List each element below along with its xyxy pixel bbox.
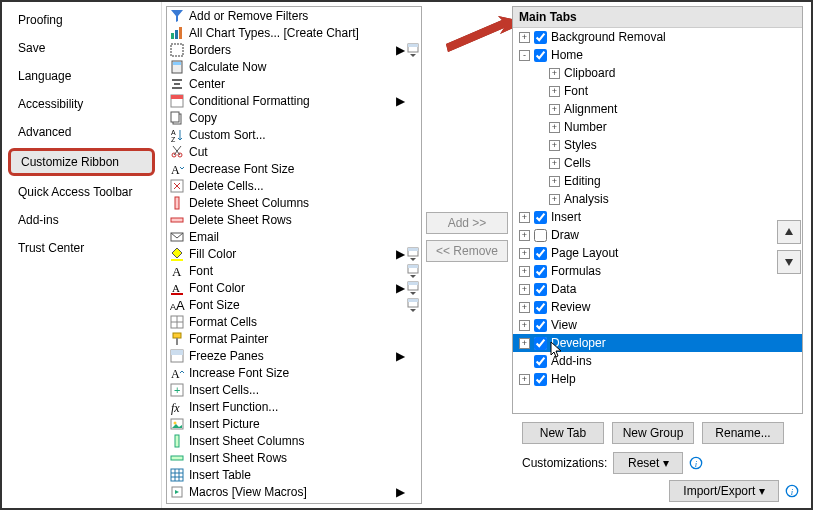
tab-node-background-removal[interactable]: +Background Removal [513, 28, 802, 46]
command-email[interactable]: Email [167, 228, 421, 245]
command-center[interactable]: Center [167, 75, 421, 92]
sidebar-item-language[interactable]: Language [2, 62, 161, 90]
new-group-button[interactable]: New Group [612, 422, 694, 444]
tab-node-page-layout[interactable]: +Page Layout [513, 244, 802, 262]
command-delete-cells[interactable]: Delete Cells... [167, 177, 421, 194]
tab-node-analysis[interactable]: +Analysis [513, 190, 802, 208]
tree-expander-icon[interactable]: + [519, 212, 530, 223]
command-delete-sheet-rows[interactable]: Delete Sheet Rows [167, 211, 421, 228]
command-insert-table[interactable]: Insert Table [167, 466, 421, 483]
command-macros-view-macros[interactable]: Macros [View Macros]▶ [167, 483, 421, 500]
remove-button[interactable]: << Remove [426, 240, 508, 262]
command-font[interactable]: AFont [167, 262, 421, 279]
command-add-or-remove-filters[interactable]: Add or Remove Filters [167, 7, 421, 24]
tab-checkbox[interactable] [534, 211, 547, 224]
info-icon[interactable]: i [785, 484, 799, 498]
tab-node-home[interactable]: -Home [513, 46, 802, 64]
tab-node-font[interactable]: +Font [513, 82, 802, 100]
command-copy[interactable]: Copy [167, 109, 421, 126]
tree-expander-icon[interactable]: + [549, 158, 560, 169]
info-icon[interactable]: i [689, 456, 703, 470]
command-custom-sort[interactable]: AZCustom Sort... [167, 126, 421, 143]
tab-checkbox[interactable] [534, 337, 547, 350]
import-export-button[interactable]: Import/Export ▾ [669, 480, 779, 502]
tree-expander-icon[interactable]: + [549, 176, 560, 187]
tab-node-cells[interactable]: +Cells [513, 154, 802, 172]
tab-node-data[interactable]: +Data [513, 280, 802, 298]
move-down-button[interactable] [777, 250, 801, 274]
commands-listbox[interactable]: Add or Remove FiltersAll Chart Types... … [166, 6, 422, 504]
sidebar-item-add-ins[interactable]: Add-ins [2, 206, 161, 234]
tree-expander-icon[interactable]: + [549, 68, 560, 79]
command-merge-center[interactable]: Merge & Center▶ [167, 500, 421, 504]
tree-expander-icon[interactable]: + [519, 302, 530, 313]
tab-node-editing[interactable]: +Editing [513, 172, 802, 190]
tab-node-draw[interactable]: +Draw [513, 226, 802, 244]
tab-node-clipboard[interactable]: +Clipboard [513, 64, 802, 82]
tab-node-help[interactable]: +Help [513, 370, 802, 388]
tab-checkbox[interactable] [534, 247, 547, 260]
tree-expander-icon[interactable]: + [549, 104, 560, 115]
tree-expander-icon[interactable]: + [519, 230, 530, 241]
command-insert-cells[interactable]: +Insert Cells... [167, 381, 421, 398]
tab-node-alignment[interactable]: +Alignment [513, 100, 802, 118]
command-format-cells[interactable]: Format Cells [167, 313, 421, 330]
tree-expander-icon[interactable]: + [519, 266, 530, 277]
tab-node-review[interactable]: +Review [513, 298, 802, 316]
tab-checkbox[interactable] [534, 283, 547, 296]
tab-node-insert[interactable]: +Insert [513, 208, 802, 226]
tab-node-developer[interactable]: +Developer [513, 334, 802, 352]
command-insert-function[interactable]: fxInsert Function... [167, 398, 421, 415]
tree-expander-icon[interactable]: + [519, 374, 530, 385]
tab-checkbox[interactable] [534, 301, 547, 314]
tab-node-styles[interactable]: +Styles [513, 136, 802, 154]
command-increase-font-size[interactable]: AIncrease Font Size [167, 364, 421, 381]
tree-expander-icon[interactable]: + [549, 140, 560, 151]
command-insert-sheet-columns[interactable]: Insert Sheet Columns [167, 432, 421, 449]
tab-node-formulas[interactable]: +Formulas [513, 262, 802, 280]
tab-checkbox[interactable] [534, 229, 547, 242]
sidebar-item-quick-access-toolbar[interactable]: Quick Access Toolbar [2, 178, 161, 206]
command-font-size[interactable]: AAFont Size [167, 296, 421, 313]
tab-checkbox[interactable] [534, 355, 547, 368]
command-conditional-formatting[interactable]: Conditional Formatting▶ [167, 92, 421, 109]
tab-checkbox[interactable] [534, 31, 547, 44]
command-cut[interactable]: Cut [167, 143, 421, 160]
command-all-chart-types-create-chart[interactable]: All Chart Types... [Create Chart] [167, 24, 421, 41]
sidebar-item-advanced[interactable]: Advanced [2, 118, 161, 146]
command-calculate-now[interactable]: Calculate Now [167, 58, 421, 75]
reset-button[interactable]: Reset ▾ [613, 452, 683, 474]
tab-node-view[interactable]: +View [513, 316, 802, 334]
move-up-button[interactable] [777, 220, 801, 244]
sidebar-item-trust-center[interactable]: Trust Center [2, 234, 161, 262]
tree-expander-icon[interactable]: + [519, 32, 530, 43]
command-fill-color[interactable]: Fill Color▶ [167, 245, 421, 262]
tree-expander-icon[interactable]: + [519, 320, 530, 331]
command-font-color[interactable]: AFont Color▶ [167, 279, 421, 296]
command-delete-sheet-columns[interactable]: Delete Sheet Columns [167, 194, 421, 211]
sidebar-item-proofing[interactable]: Proofing [2, 6, 161, 34]
tab-checkbox[interactable] [534, 49, 547, 62]
tree-expander-icon[interactable]: + [549, 194, 560, 205]
sidebar-item-accessibility[interactable]: Accessibility [2, 90, 161, 118]
command-insert-sheet-rows[interactable]: Insert Sheet Rows [167, 449, 421, 466]
tab-node-number[interactable]: +Number [513, 118, 802, 136]
sidebar-item-save[interactable]: Save [2, 34, 161, 62]
sidebar-item-customize-ribbon[interactable]: Customize Ribbon [8, 148, 155, 176]
tab-checkbox[interactable] [534, 265, 547, 278]
command-freeze-panes[interactable]: Freeze Panes▶ [167, 347, 421, 364]
command-insert-picture[interactable]: Insert Picture [167, 415, 421, 432]
rename-button[interactable]: Rename... [702, 422, 784, 444]
command-format-painter[interactable]: Format Painter [167, 330, 421, 347]
tree-expander-icon[interactable]: + [549, 122, 560, 133]
tab-checkbox[interactable] [534, 319, 547, 332]
tree-expander-icon[interactable]: + [519, 248, 530, 259]
new-tab-button[interactable]: New Tab [522, 422, 604, 444]
command-decrease-font-size[interactable]: ADecrease Font Size [167, 160, 421, 177]
tree-expander-icon[interactable]: + [519, 338, 530, 349]
tree-expander-icon[interactable]: - [519, 50, 530, 61]
add-button[interactable]: Add >> [426, 212, 508, 234]
main-tabs-tree[interactable]: Main Tabs +Background Removal-Home+Clipb… [512, 6, 803, 414]
tab-checkbox[interactable] [534, 373, 547, 386]
tree-expander-icon[interactable]: + [519, 284, 530, 295]
